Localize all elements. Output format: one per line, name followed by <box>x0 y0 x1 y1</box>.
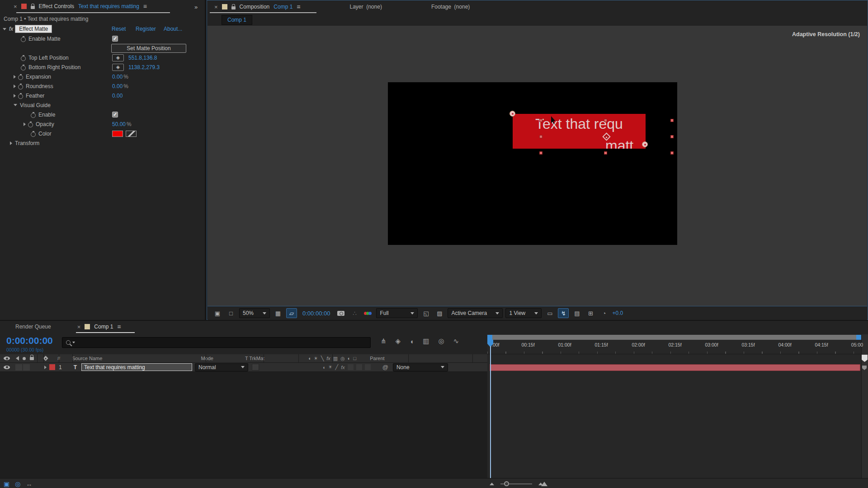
mode-column-header[interactable]: Mode <box>201 356 213 361</box>
parent-dropdown[interactable]: None <box>393 363 448 371</box>
parent-pickwhip-icon[interactable]: @ <box>382 364 388 371</box>
composition-viewer[interactable]: Adaptive Resolution (1/2) Text that requ… <box>208 26 867 306</box>
close-icon[interactable]: × <box>14 3 17 10</box>
view-layout-dropdown[interactable]: 1 View <box>505 308 542 318</box>
adjustment-layer-icon[interactable]: ◐ <box>348 356 351 361</box>
comp-tab[interactable]: × Comp 1 ≡ <box>77 323 121 330</box>
solo-cell[interactable] <box>23 364 30 371</box>
color-swatch[interactable] <box>112 131 123 137</box>
frame-blend-icon[interactable]: ▥ <box>333 356 338 361</box>
lock-column-icon[interactable] <box>30 357 34 360</box>
work-area-end-handle[interactable] <box>856 335 861 340</box>
collapse-transformations-icon[interactable]: ☀ <box>314 356 318 361</box>
position-target-icon[interactable]: ◈ <box>112 64 124 71</box>
comp-frame[interactable]: Text that requ matt <box>388 82 677 245</box>
search-options-chevron-icon[interactable] <box>72 342 75 343</box>
layer-expand-arrow-icon[interactable] <box>44 366 47 369</box>
panel-overflow-icon[interactable]: » <box>194 4 198 10</box>
matte-corner-handle-topleft[interactable] <box>509 111 515 117</box>
guide-enable-checkbox[interactable]: ✓ <box>112 112 118 117</box>
source-name-column-header[interactable]: Source Name <box>72 356 102 361</box>
empty-switch-cell[interactable] <box>365 364 371 370</box>
stopwatch-icon[interactable] <box>28 122 33 127</box>
quality-switch[interactable]: ╱ <box>335 364 339 370</box>
video-column-eye-icon[interactable] <box>4 357 10 360</box>
show-snapshot-icon[interactable]: □ <box>226 308 236 318</box>
comp-breadcrumb-button[interactable]: Comp 1 <box>222 15 252 25</box>
stopwatch-icon[interactable] <box>31 112 36 117</box>
layer-handle[interactable] <box>539 119 542 122</box>
expand-transfer-pane-icon[interactable]: ▣ <box>4 480 9 488</box>
eyedropper-icon[interactable] <box>126 131 137 137</box>
snapshot-icon[interactable]: ▣ <box>212 308 223 318</box>
expand-arrow-icon[interactable] <box>14 75 16 79</box>
render-queue-tab[interactable]: Render Queue <box>15 324 51 330</box>
unlock-icon[interactable] <box>31 6 35 9</box>
reset-exposure-icon[interactable]: ◔ <box>599 308 609 318</box>
effect-controls-tab-target[interactable]: Text that requires matting <box>78 3 139 9</box>
share-view-icon[interactable]: ▭ <box>544 308 555 318</box>
camera-dropdown[interactable]: Active Camera <box>448 308 503 318</box>
about-link[interactable]: About... <box>164 26 182 32</box>
expand-arrow-icon[interactable] <box>10 141 12 145</box>
region-of-interest-icon[interactable]: ◱ <box>420 308 431 318</box>
enable-matte-checkbox[interactable]: ✓ <box>112 36 118 42</box>
composition-tab-title[interactable]: Composition <box>240 4 270 10</box>
work-area-bar[interactable] <box>487 335 861 340</box>
layer-handle[interactable] <box>539 135 542 138</box>
expand-arrow-icon[interactable] <box>14 84 16 88</box>
flowchart-button-icon[interactable]: ⊞ <box>585 308 596 318</box>
exposure-value[interactable]: +0.0 <box>612 310 623 316</box>
top-left-position-value[interactable]: 551.8,136.8 <box>128 55 157 61</box>
search-input[interactable] <box>62 337 371 348</box>
expand-arrow-icon[interactable] <box>24 122 26 126</box>
zoom-in-mountains-icon[interactable] <box>538 482 547 486</box>
trkmat-cell[interactable] <box>252 364 259 371</box>
layer-visibility-eye-icon[interactable] <box>4 366 10 369</box>
hide-shy-layers-icon[interactable]: ◖ <box>410 338 414 345</box>
layer-handle[interactable] <box>670 151 674 155</box>
stopwatch-icon[interactable] <box>18 93 23 99</box>
position-target-icon[interactable]: ◈ <box>112 54 124 61</box>
stopwatch-icon[interactable] <box>18 74 23 80</box>
audio-column-speaker-icon[interactable] <box>14 356 19 361</box>
footage-tab[interactable]: Footage (none) <box>431 4 470 10</box>
motion-blur-icon[interactable]: ◎ <box>340 356 345 361</box>
magnification-dropdown[interactable]: 50% <box>239 308 270 318</box>
fx-icon[interactable]: fx <box>326 356 330 361</box>
playhead-line[interactable] <box>490 346 491 478</box>
layer-list-empty-area[interactable] <box>0 372 487 478</box>
layer-handle[interactable] <box>604 151 607 155</box>
expand-arrow-icon[interactable] <box>14 94 16 98</box>
parent-column-header[interactable]: Parent <box>370 356 384 361</box>
feather-value[interactable]: 0.00 <box>112 93 123 99</box>
channel-dropdown[interactable]: Full <box>376 308 418 318</box>
panel-menu-icon[interactable]: ≡ <box>297 3 300 10</box>
shy-icon[interactable]: ◖ <box>308 356 311 361</box>
graph-editor-icon[interactable]: ∿ <box>453 337 459 345</box>
trkmat-column-header[interactable]: T TrkMat <box>245 356 264 361</box>
effect-name[interactable]: Effect Matte <box>15 25 52 33</box>
composition-tab-target[interactable]: Comp 1 <box>274 4 292 10</box>
zoom-slider-knob[interactable] <box>504 481 509 486</box>
channel-icon[interactable] <box>363 308 373 318</box>
snapshot-camera-icon[interactable] <box>337 311 344 316</box>
fast-previews-icon[interactable]: ↯ <box>558 308 569 318</box>
timeline-button-icon[interactable]: ▤ <box>571 308 582 318</box>
track-area[interactable] <box>487 334 861 478</box>
audio-cell[interactable] <box>15 364 22 371</box>
collapse-switch[interactable]: ☀ <box>328 364 333 370</box>
shy-switch[interactable]: ◖ <box>322 365 326 370</box>
layer-name-field[interactable]: Text that requires matting <box>81 363 192 371</box>
empty-switch-cell[interactable] <box>348 364 354 370</box>
effect-controls-tab-title[interactable]: Effect Controls <box>39 3 74 9</box>
layer-row[interactable]: 1 T Text that requires matting Normal ◖ … <box>0 363 487 372</box>
empty-switch-cell[interactable] <box>356 364 362 370</box>
work-area-start-handle[interactable] <box>487 335 492 340</box>
panel-menu-icon[interactable]: ≡ <box>143 3 147 10</box>
mini-flowchart-icon[interactable]: ⋔ <box>381 337 387 345</box>
motion-path-icon[interactable]: ∴ <box>349 308 360 318</box>
guide-opacity-value[interactable]: 50.00 <box>112 121 126 127</box>
matte-guide-rect[interactable]: Text that requ matt <box>513 114 646 149</box>
layer-handle[interactable] <box>539 151 542 155</box>
